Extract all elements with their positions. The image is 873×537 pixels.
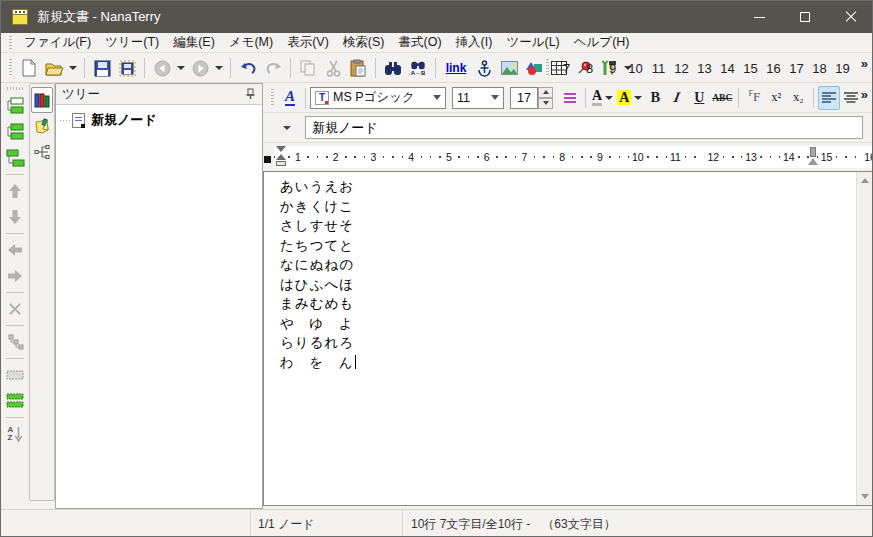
resize-grip[interactable] — [868, 532, 870, 534]
forward-button[interactable] — [188, 56, 212, 80]
editor-text-area[interactable]: あいうえお かきくけこ さしすせそ たちつてと なにぬねの はひふへほ まみむめ… — [264, 172, 856, 505]
font-name-select[interactable]: T MS Pゴシック — [310, 87, 446, 109]
scroll-down-button[interactable] — [857, 488, 873, 505]
menu-tree[interactable]: ツリー(T) — [98, 32, 166, 53]
tab-memo[interactable] — [31, 113, 53, 139]
ruler-mark: 13 — [742, 146, 760, 168]
menu-view[interactable]: 表示(V) — [280, 32, 336, 53]
superscript-button[interactable]: x² — [765, 86, 787, 110]
save-button[interactable] — [90, 56, 114, 80]
menu-edit[interactable]: 編集(E) — [166, 32, 222, 53]
font-effects-button[interactable]: FF — [743, 86, 765, 110]
font-dialog-button[interactable]: A — [279, 86, 301, 110]
node-style-gray-button[interactable] — [3, 363, 27, 387]
toolbar-separator — [144, 58, 145, 78]
dropdown-icon — [215, 66, 223, 70]
move-node-down-button[interactable] — [3, 205, 27, 229]
memo-editor[interactable]: あいうえお かきくけこ さしすせそ たちつてと なにぬねの はひふへほ まみむめ… — [263, 171, 873, 506]
menu-tools[interactable]: ツール(L) — [499, 32, 566, 53]
strikethrough-button[interactable]: ABC — [710, 86, 734, 110]
scroll-up-button[interactable] — [857, 172, 873, 189]
paste-button[interactable] — [346, 56, 370, 80]
number-button-9[interactable]: 9 — [601, 61, 624, 76]
move-node-right-button[interactable] — [3, 264, 27, 288]
move-node-left-button[interactable] — [3, 238, 27, 262]
minimize-button[interactable] — [736, 1, 782, 33]
node-title-input[interactable] — [305, 116, 863, 139]
menu-help[interactable]: ヘルプ(H) — [567, 32, 637, 53]
copy-button[interactable] — [296, 56, 320, 80]
font-color-icon: A — [592, 89, 602, 106]
insert-anchor-button[interactable] — [472, 56, 496, 80]
new-document-button[interactable] — [17, 56, 41, 80]
pin-icon[interactable] — [245, 88, 256, 100]
tab-tree-view[interactable] — [31, 139, 53, 165]
ruler-mark: 10 — [629, 146, 647, 168]
bold-button[interactable]: B — [644, 86, 666, 110]
insert-shape-button[interactable] — [522, 56, 546, 80]
number-button-14[interactable]: 14 — [716, 61, 739, 76]
insert-node-button[interactable] — [3, 94, 27, 118]
find-button[interactable] — [381, 56, 405, 80]
indent-marker-right[interactable] — [807, 146, 819, 168]
maximize-button[interactable] — [782, 1, 828, 33]
save-all-button[interactable] — [115, 56, 139, 80]
open-file-dropdown[interactable] — [67, 56, 79, 80]
undo-button[interactable] — [236, 56, 260, 80]
vertical-scrollbar[interactable] — [856, 172, 873, 505]
forward-dropdown[interactable] — [213, 56, 225, 80]
replace-button[interactable]: A→B — [406, 56, 430, 80]
menu-memo[interactable]: メモ(M) — [222, 32, 280, 53]
align-center-button[interactable] — [840, 86, 862, 110]
menu-search[interactable]: 検索(S) — [336, 32, 392, 53]
move-node-up-button[interactable] — [3, 179, 27, 203]
insert-image-button[interactable] — [497, 56, 521, 80]
ruler-mark: 1 — [292, 146, 304, 168]
tab-books[interactable] — [31, 87, 53, 113]
toolbar-overflow-button[interactable]: » — [861, 56, 868, 71]
delete-node-button[interactable] — [3, 297, 27, 321]
insert-child-node-button[interactable] — [3, 146, 27, 170]
spin-up-button[interactable] — [538, 87, 553, 98]
number-button-10[interactable]: 10 — [624, 61, 647, 76]
menu-insert[interactable]: 挿入(I) — [449, 32, 500, 53]
menu-format[interactable]: 書式(O) — [392, 32, 449, 53]
node-style-green-button[interactable] — [3, 389, 27, 413]
tree-structure-button[interactable] — [3, 330, 27, 354]
back-dropdown[interactable] — [175, 56, 187, 80]
indent-marker-left[interactable] — [275, 146, 287, 168]
number-button-8[interactable]: 8 — [578, 61, 601, 76]
highlight-color-button[interactable]: A — [615, 86, 644, 110]
number-button-15[interactable]: 15 — [739, 61, 762, 76]
line-spacing-stepper[interactable]: 17 — [510, 87, 553, 109]
redo-button[interactable] — [261, 56, 285, 80]
format-overflow-button[interactable]: » — [861, 87, 868, 102]
insert-node-after-button[interactable] — [3, 120, 27, 144]
node-title-dropdown[interactable] — [277, 118, 297, 138]
sort-nodes-button[interactable]: A Z — [3, 422, 27, 446]
status-cursor-position: 10行 7文字目/全10行 - （63文字目） — [403, 510, 873, 537]
font-size-select[interactable]: 11 — [452, 87, 504, 109]
align-left-button[interactable] — [818, 86, 840, 110]
spin-down-button[interactable] — [538, 98, 553, 109]
cut-button[interactable] — [321, 56, 345, 80]
menu-file[interactable]: ファイル(F) — [17, 32, 98, 53]
back-button[interactable] — [150, 56, 174, 80]
number-button-16[interactable]: 16 — [762, 61, 785, 76]
font-color-button[interactable]: A — [590, 86, 615, 110]
open-file-button[interactable] — [42, 56, 66, 80]
underline-button[interactable]: U — [688, 86, 710, 110]
line-spacing-button[interactable] — [559, 86, 581, 110]
number-button-19[interactable]: 19 — [831, 61, 854, 76]
number-button-7[interactable]: 7 — [555, 61, 578, 76]
number-button-17[interactable]: 17 — [785, 61, 808, 76]
subscript-button[interactable]: x₂ — [787, 86, 809, 110]
number-button-11[interactable]: 11 — [647, 61, 670, 76]
close-button[interactable] — [828, 1, 873, 33]
number-button-13[interactable]: 13 — [693, 61, 716, 76]
number-button-18[interactable]: 18 — [808, 61, 831, 76]
tree-node-root[interactable]: 新規ノード — [60, 111, 258, 129]
insert-link-button[interactable]: link — [441, 56, 471, 80]
number-button-12[interactable]: 12 — [670, 61, 693, 76]
italic-button[interactable]: I — [666, 86, 688, 110]
